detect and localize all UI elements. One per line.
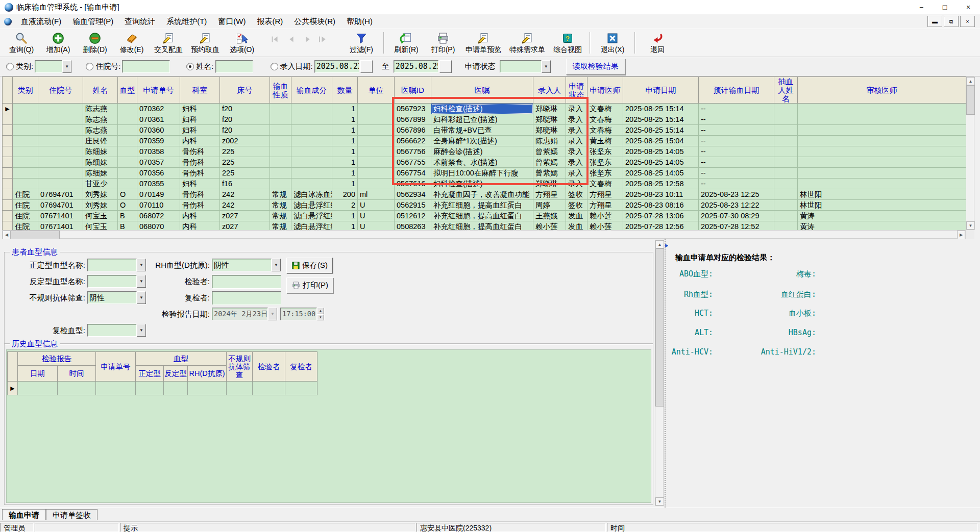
grid-cell[interactable]: 07694701	[38, 200, 83, 211]
grid-cell[interactable]	[291, 104, 332, 114]
composite-view-button[interactable]: ?综合视图	[549, 30, 586, 56]
grid-cell[interactable]: 郑晓琳	[533, 104, 566, 114]
category-radio[interactable]	[6, 63, 14, 70]
grid-cell[interactable]: 2025-08-23 08:16	[623, 200, 699, 211]
column-header[interactable]: 医嘱	[431, 77, 533, 104]
grid-cell[interactable]: 方翔星	[587, 189, 623, 200]
grid-cell[interactable]: 2025-08-25 15:14	[623, 125, 699, 136]
grid-cell[interactable]: 070356	[137, 168, 180, 179]
grid-cell[interactable]: 王燕娥	[533, 211, 566, 221]
grid-cell[interactable]: 妇科	[180, 114, 220, 125]
grid-cell[interactable]	[270, 157, 291, 168]
rh-type-select[interactable]: 阴性 ▼	[212, 259, 281, 271]
grid-cell[interactable]: f20	[220, 125, 270, 136]
grid-cell[interactable]	[774, 189, 798, 200]
menu-item[interactable]: 报表(R)	[251, 14, 288, 29]
menu-item[interactable]: 系统维护(T)	[161, 14, 212, 29]
grid-cell[interactable]: 骨伤科	[180, 168, 220, 179]
grid-cell[interactable]: 0562915	[395, 200, 431, 211]
grid-cell[interactable]: 庄艮锋	[83, 136, 118, 146]
column-header[interactable]: 申请日期	[623, 77, 699, 104]
grid-cell[interactable]: 张坚东	[587, 146, 623, 157]
table-row[interactable]: 甘亚少070355妇科f1610567616妇科检查(描述)郑晓琳录入文春梅20…	[3, 179, 966, 189]
grid-cell[interactable]: 陈志燕	[83, 125, 118, 136]
grid-cell[interactable]: 郑晓琳	[533, 114, 566, 125]
grid-cell[interactable]: --	[699, 157, 774, 168]
options-button[interactable]: 选项(O)	[224, 30, 260, 56]
history-rh-header[interactable]: RH(D抗原)	[188, 366, 227, 382]
minimize-button[interactable]: −	[910, 0, 933, 14]
grid-cell[interactable]: 滤白悬浮红细胞	[291, 211, 332, 221]
grid-cell[interactable]: 1	[332, 157, 358, 168]
grid-cell[interactable]: 补充红细胞，提高血红蛋白	[431, 200, 533, 211]
grid-cell[interactable]: 2025-08-25 14:05	[623, 168, 699, 179]
grid-cell[interactable]: --	[699, 179, 774, 189]
chevron-down-icon[interactable]: ▼	[268, 308, 277, 320]
reverse-type-select[interactable]: ▼	[87, 275, 146, 288]
column-header[interactable]: 姓名	[83, 77, 118, 104]
grid-cell[interactable]	[118, 104, 137, 114]
column-header[interactable]: 类别	[13, 77, 38, 104]
scroll-down-icon[interactable]: ▼	[655, 497, 664, 505]
grid-cell[interactable]	[38, 168, 83, 179]
grid-cell[interactable]: 林世阳	[798, 200, 966, 211]
grid-cell[interactable]	[774, 179, 798, 189]
grid-cell[interactable]: 内科	[180, 211, 220, 221]
grid-cell[interactable]: U	[358, 200, 395, 211]
history-forward-header[interactable]: 正定型	[136, 366, 164, 382]
grid-cell[interactable]	[358, 168, 395, 179]
history-request-no-header[interactable]: 申请单号	[96, 352, 136, 382]
grid-cell[interactable]	[774, 114, 798, 125]
name-radio[interactable]	[186, 63, 194, 70]
menu-item[interactable]: 血液流动(F)	[15, 14, 67, 29]
grid-cell[interactable]: 白带常规+BV已查	[431, 125, 533, 136]
grid-cell[interactable]	[270, 114, 291, 125]
rechecker-input[interactable]	[212, 291, 281, 305]
grid-cell[interactable]: 2025-08-25 15:14	[623, 104, 699, 114]
detail-vscroll-thumb[interactable]	[655, 248, 664, 407]
grid-cell[interactable]: 全身麻醉*1次(描述)	[431, 136, 533, 146]
recheck-type-select[interactable]: ▼	[87, 324, 146, 337]
filter-button[interactable]: 过滤(F)	[343, 30, 380, 56]
grid-cell[interactable]: 2025-08-23 12:22	[699, 200, 774, 211]
grid-cell[interactable]	[118, 157, 137, 168]
grid-cell[interactable]: 补充红细胞，提高血红蛋白	[431, 211, 533, 221]
table-row[interactable]: ▶陈志燕070362妇科f2010567923妇科检查(描述)郑晓琳录入文春梅2…	[3, 104, 966, 114]
grid-cell[interactable]: 住院	[13, 200, 38, 211]
detail-vertical-scrollbar[interactable]: ▲ ▼	[655, 240, 664, 506]
grid-cell[interactable]: f20	[220, 104, 270, 114]
grid-cell[interactable]	[13, 168, 38, 179]
grid-cell[interactable]: 黄玉梅	[587, 136, 623, 146]
grid-cell[interactable]: 住院	[13, 189, 38, 200]
save-button[interactable]: 保存(S)	[286, 258, 333, 273]
grid-cell[interactable]: f20	[220, 114, 270, 125]
grid-cell[interactable]: 录入	[566, 179, 587, 189]
grid-cell[interactable]	[774, 104, 798, 114]
grid-cell[interactable]: 陈细妹	[83, 146, 118, 157]
grid-cell[interactable]	[118, 114, 137, 125]
grid-cell[interactable]: 补充凝血因子，改善凝血功能	[431, 189, 533, 200]
column-header[interactable]: 预计输血日期	[699, 77, 774, 104]
grid-cell[interactable]: 录入	[566, 125, 587, 136]
grid-cell[interactable]: 方翔星	[533, 189, 566, 200]
grid-cell[interactable]: 录入	[566, 146, 587, 157]
grid-cell[interactable]	[118, 146, 137, 157]
reserve-blood-button[interactable]: 预约取血	[187, 30, 224, 56]
close-button[interactable]: ×	[957, 0, 980, 14]
grid-cell[interactable]	[291, 114, 332, 125]
tab-request-receive[interactable]: 申请单签收	[46, 509, 97, 520]
grid-cell[interactable]: 225	[220, 146, 270, 157]
grid-cell[interactable]: 2025-08-25 15:04	[623, 136, 699, 146]
grid-cell[interactable]: 郑晓琳	[533, 179, 566, 189]
grid-cell[interactable]	[358, 125, 395, 136]
grid-cell[interactable]: 赖小莲	[587, 211, 623, 221]
grid-cell[interactable]: 骨伤科	[180, 157, 220, 168]
grid-cell[interactable]: 麻醉会诊(描述)	[431, 146, 533, 157]
grid-cell[interactable]: 骨伤科	[180, 200, 220, 211]
grid-cell[interactable]	[13, 157, 38, 168]
grid-cell[interactable]: 1	[332, 146, 358, 157]
scroll-up-icon[interactable]: ▲	[966, 77, 975, 85]
menu-item[interactable]: 公共模块(R)	[288, 14, 341, 29]
grid-cell[interactable]: 滤白冰冻血浆	[291, 189, 332, 200]
grid-cell[interactable]: 242	[220, 200, 270, 211]
